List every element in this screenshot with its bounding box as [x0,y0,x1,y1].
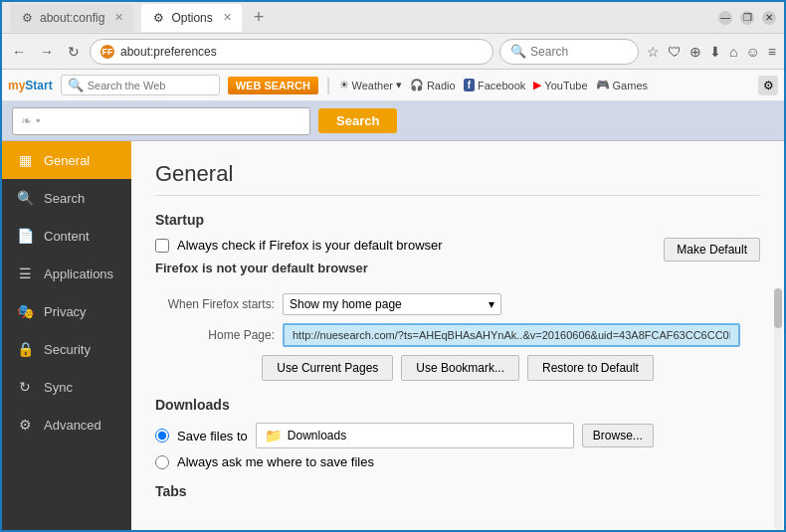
sidebar-item-search[interactable]: 🔍 Search [2,179,131,217]
weather-icon: ☀ [339,79,349,91]
sidebar-item-label-sync: Sync [44,380,73,395]
sidebar-item-sync[interactable]: ↻ Sync [2,368,131,406]
tab-options-icon: ⚙ [151,11,165,25]
download-icon[interactable]: ⬇ [707,42,723,62]
sidebar-item-content[interactable]: 📄 Content [2,217,131,255]
toolbar-weather-link[interactable]: ☀ Weather ▾ [339,79,402,91]
home-icon[interactable]: ⌂ [727,42,739,62]
toolbar-settings-button[interactable]: ⚙ [758,76,778,95]
advanced-icon: ⚙ [16,417,34,433]
when-starts-label: When Firefox starts: [155,297,275,311]
home-page-input[interactable] [283,323,740,347]
sidebar-item-label-general: General [44,153,90,168]
toolbar-radio-link[interactable]: 🎧 Radio [410,79,456,91]
tabs-section: Tabs [155,483,760,499]
home-page-row: Home Page: [155,323,760,347]
when-starts-select[interactable]: Show my home page ▾ [283,293,501,315]
sidebar-item-label-search: Search [44,191,85,206]
search-input-nav[interactable] [530,45,628,59]
toolbar-games-link[interactable]: 🎮 Games [596,79,648,91]
refresh-button[interactable]: ↻ [64,42,84,62]
mystart-search-input-wrap[interactable]: ❧ • [12,107,310,135]
home-page-buttons: Use Current Pages Use Bookmark... Restor… [155,355,760,381]
forward-button[interactable]: → [36,42,58,62]
general-icon: ▦ [16,152,34,168]
chevron-down-icon: ▾ [489,297,494,311]
toolbar-search-icon: 🔍 [68,78,84,92]
search-bar-nav[interactable]: 🔍 [499,39,639,65]
page-title: General [155,161,760,187]
sidebar-item-applications[interactable]: ☰ Applications [2,255,131,292]
sidebar-item-privacy[interactable]: 🎭 Privacy [2,292,131,330]
tab-options-close[interactable]: ✕ [223,11,232,24]
home-page-label: Home Page: [155,328,275,342]
sidebar: ▦ General 🔍 Search 📄 Content ☰ Applicati… [2,141,131,530]
sync-icon: ↻ [16,379,34,395]
browse-button[interactable]: Browse... [582,424,654,447]
sidebar-item-label-security: Security [44,342,91,357]
sidebar-item-general[interactable]: ▦ General [2,141,131,179]
shield-icon[interactable]: 🛡 [666,42,684,62]
save-files-radio[interactable] [155,429,169,443]
use-current-pages-button[interactable]: Use Current Pages [262,355,393,381]
web-search-button[interactable]: WEB SEARCH [228,77,318,94]
chevron-down-icon: ▾ [396,79,402,91]
privacy-icon: 🎭 [16,303,34,319]
toolbar-facebook-link[interactable]: f Facebook [464,79,526,91]
back-button[interactable]: ← [8,42,30,62]
sidebar-item-security[interactable]: 🔒 Security [2,330,131,368]
mystart-search-button[interactable]: Search [318,108,397,133]
games-icon: 🎮 [596,79,610,91]
toolbar-youtube-link[interactable]: ▶ YouTube [533,79,587,91]
toolbar-mystart: myStart 🔍 WEB SEARCH | ☀ Weather ▾ 🎧 Rad… [2,70,784,101]
use-bookmark-button[interactable]: Use Bookmark... [401,355,519,381]
search-icon: 🔍 [16,190,34,206]
restore-button[interactable]: ❐ [740,11,754,25]
content-icon: 📄 [16,228,34,244]
mystart-logo: myStart [8,79,53,92]
radio-icon: 🎧 [410,79,424,91]
new-tab-button[interactable]: + [250,7,269,28]
default-browser-checkbox[interactable] [155,239,169,253]
tab-about-config-label: about:config [40,11,104,25]
menu-icon[interactable]: ≡ [766,42,778,62]
youtube-icon: ▶ [533,79,541,91]
smiley-icon[interactable]: ☺ [744,42,762,62]
sidebar-item-advanced[interactable]: ⚙ Advanced [2,406,131,443]
toolbar-search-wrap[interactable]: 🔍 [61,75,220,95]
sidebar-item-label-content: Content [44,229,90,244]
tab-about-config[interactable]: ⚙ about:config ✕ [10,4,133,32]
downloads-folder-name: Downloads [288,429,346,443]
scrollbar-track [774,288,782,530]
bookmark-icon[interactable]: ☆ [645,42,662,62]
tab-options[interactable]: ⚙ Options ✕ [141,4,241,32]
always-ask-radio[interactable] [155,455,169,469]
sidebar-item-label-applications: Applications [44,266,113,281]
make-default-button[interactable]: Make Default [664,238,760,262]
minimize-button[interactable]: — [718,11,732,25]
security-icon: 🔒 [16,341,34,357]
not-default-warning: Firefox is not your default browser [155,261,443,275]
applications-icon: ☰ [16,266,34,281]
close-button[interactable]: ✕ [762,11,776,25]
tab-about-config-close[interactable]: ✕ [114,11,123,24]
toolbar-separator: | [326,75,331,95]
toolbar-search-input[interactable] [88,80,213,91]
pocket-icon[interactable]: ⊕ [688,42,703,62]
restore-to-default-button[interactable]: Restore to Default [527,355,654,381]
url-bar[interactable]: FF about:preferences [90,39,493,65]
tab-about-config-icon: ⚙ [20,11,34,25]
mystart-search-input[interactable] [45,113,301,128]
tab-options-label: Options [171,11,212,25]
scrollbar-thumb[interactable] [774,288,782,328]
nav-icons: ☆ 🛡 ⊕ ⬇ ⌂ ☺ ≡ [645,42,778,62]
default-browser-checkbox-row: Always check if Firefox is your default … [155,238,443,253]
downloads-section: Downloads Save files to 📁 Downloads Brow… [155,397,760,469]
save-files-row: Save files to 📁 Downloads Browse... [155,423,760,448]
url-favicon: FF [100,45,114,59]
search-prefix-icon: ❧ [21,113,32,128]
tabs-section-title: Tabs [155,483,760,499]
title-bar: ⚙ about:config ✕ ⚙ Options ✕ + — ❐ ✕ [2,2,784,34]
downloads-folder-display: 📁 Downloads [256,423,574,448]
content-area: General Startup Always check if Firefox … [131,141,784,530]
